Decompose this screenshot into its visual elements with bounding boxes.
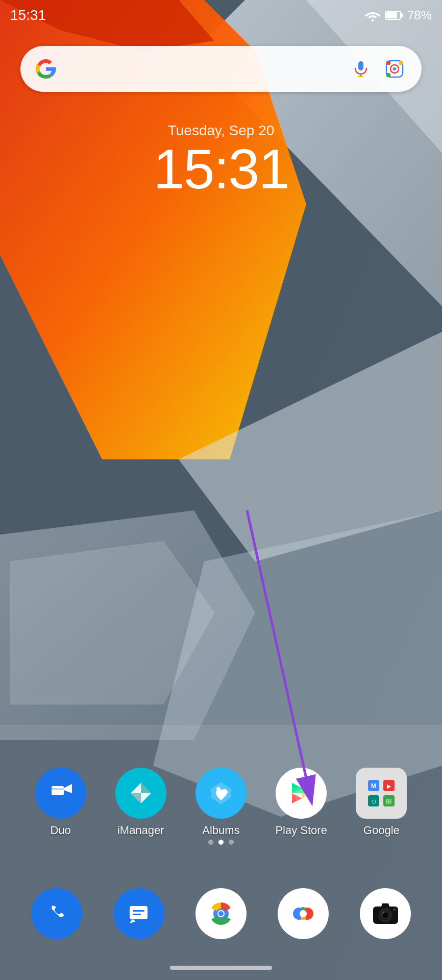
svg-rect-38 [133,914,141,915]
svg-rect-37 [133,910,144,912]
status-icons: 78% [364,8,432,22]
chrome-icon [203,896,239,932]
playstore-icon-bg [276,768,327,819]
google-folder-icon-bg: M ▶ ⬡ ⊞ [356,768,407,819]
datetime-widget: Tuesday, Sep 20 15:31 [0,122,442,197]
albums-icon [206,778,236,808]
app-chrome[interactable] [190,888,252,939]
mic-icon [352,60,370,78]
svg-rect-13 [358,61,363,70]
messages-icon-bg [113,888,164,939]
playstore-icon [286,778,316,808]
lens-button[interactable] [382,56,407,82]
svg-rect-19 [386,61,390,65]
status-time: 15:31 [10,7,46,23]
home-indicator [170,966,272,970]
google-label: Google [363,824,400,837]
app-grid: Duo iManager Al [0,768,442,837]
svg-rect-12 [401,13,403,17]
page-dot-3 [229,840,234,845]
camera-icon [369,897,402,930]
svg-point-58 [393,908,396,911]
app-imanager[interactable]: iManager [110,768,171,837]
messages-icon [125,900,153,928]
svg-text:⊞: ⊞ [386,797,392,805]
app-albums[interactable]: Albums [190,768,252,837]
playstore-label: Play Store [275,824,327,837]
svg-point-9 [371,19,374,22]
assistant-icon [288,898,318,929]
svg-point-57 [384,914,386,916]
app-messages[interactable] [108,888,169,939]
wifi-icon [364,9,381,21]
app-assistant[interactable] [273,888,334,939]
phone-icon-bg [31,888,82,939]
page-dot-2 [218,840,224,845]
assistant-icon-bg [278,888,329,939]
svg-rect-21 [386,73,390,77]
imanager-icon [126,778,156,808]
imanager-icon-bg [115,768,166,819]
svg-text:⬡: ⬡ [372,799,376,804]
status-bar: 15:31 78% [0,0,442,31]
svg-point-51 [300,910,307,917]
imanager-label: iManager [117,824,164,837]
widget-date: Tuesday, Sep 20 [0,122,442,139]
svg-point-47 [294,910,300,915]
albums-label: Albums [202,824,239,837]
page-indicators [0,840,442,845]
svg-rect-22 [52,786,64,795]
svg-marker-23 [64,784,72,793]
lens-icon [385,60,404,78]
camera-icon-bg [360,888,411,939]
phone-icon [42,900,70,928]
duo-icon [45,778,76,808]
bottom-dock [0,888,442,939]
svg-rect-20 [399,61,403,65]
search-bar[interactable] [20,46,422,92]
app-playstore[interactable]: Play Store [271,768,332,837]
google-logo [35,58,57,80]
google-folder-icon: M ▶ ⬡ ⊞ [363,775,400,812]
svg-point-49 [307,910,312,915]
svg-rect-35 [130,906,148,919]
app-duo[interactable]: Duo [30,768,91,837]
svg-point-18 [393,67,396,70]
svg-point-42 [218,911,224,916]
svg-text:M: M [371,782,376,790]
frosted-bottom [0,725,442,980]
widget-time: 15:31 [0,141,442,197]
app-phone[interactable] [26,888,87,939]
svg-point-26 [216,787,220,791]
svg-rect-11 [386,12,397,18]
app-row: Duo iManager Al [15,768,427,837]
svg-text:▶: ▶ [387,783,391,789]
battery-icon [385,10,403,21]
mic-button[interactable] [348,56,374,82]
page-dot-1 [208,840,213,845]
battery-percentage: 78% [407,8,432,22]
app-camera[interactable] [355,888,416,939]
svg-marker-36 [130,919,136,923]
app-google-folder[interactable]: M ▶ ⬡ ⊞ Google [351,768,412,837]
chrome-icon-bg [195,888,247,939]
duo-label: Duo [50,824,70,837]
svg-rect-24 [52,788,64,790]
duo-icon-bg [35,768,86,819]
albums-icon-bg [195,768,247,819]
dock-row [15,888,427,939]
